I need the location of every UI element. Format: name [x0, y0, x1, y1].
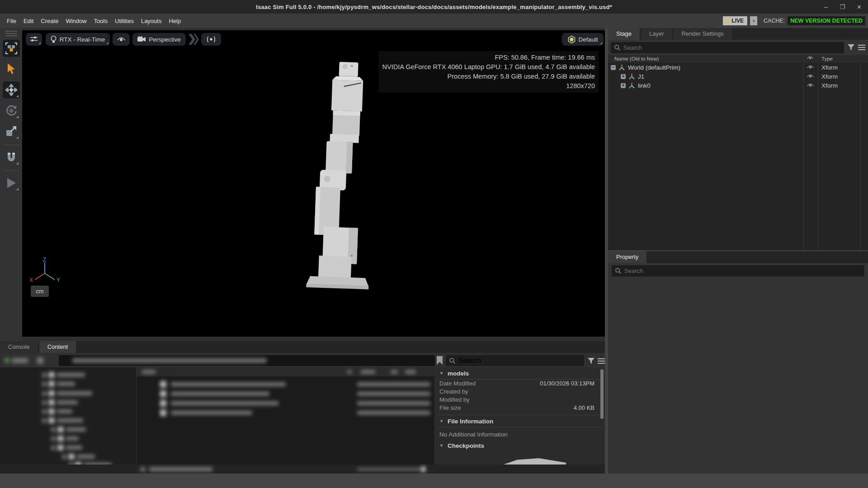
stage-filter-button[interactable]: [848, 44, 854, 51]
details-scrollbar[interactable]: [600, 369, 604, 419]
tab-layer[interactable]: Layer: [641, 28, 672, 40]
live-dropdown-caret[interactable]: ∨: [750, 16, 757, 25]
hamburger-icon: [858, 45, 865, 50]
column-visibility-eye-icon[interactable]: [807, 56, 813, 60]
menu-file[interactable]: File: [4, 16, 19, 26]
cursor-icon: [6, 63, 16, 75]
redacted-nav-button[interactable]: [12, 358, 28, 363]
play-button[interactable]: [3, 174, 20, 192]
content-file-list[interactable]: [136, 367, 434, 465]
menu-window[interactable]: Window: [62, 16, 90, 26]
stage-row-link0[interactable]: + link0 Xform: [608, 81, 868, 90]
content-folder-tree[interactable]: [0, 367, 136, 465]
expand-icon[interactable]: +: [621, 83, 626, 88]
details-section-models[interactable]: ▼ models: [435, 367, 604, 379]
title-bar: Isaac Sim Full 5.0.0 - /home/kjy/pysdrm_…: [0, 0, 868, 14]
collapse-icon[interactable]: −: [611, 65, 616, 70]
collapse-triangle-icon: ▼: [439, 419, 443, 423]
stage-tree-header[interactable]: Name (Old to New) Type: [608, 55, 868, 63]
maximize-icon[interactable]: ❐: [840, 4, 845, 10]
content-filter-button[interactable]: [588, 358, 594, 364]
toolbar-grip-icon[interactable]: [5, 31, 17, 36]
tab-stage[interactable]: Stage: [608, 28, 640, 40]
scale-tool-button[interactable]: [3, 123, 20, 140]
live-sync-button[interactable]: LIVE: [723, 16, 747, 25]
menu-bar: File Edit Create Window Tools Utilities …: [0, 14, 868, 28]
content-options-button[interactable]: [598, 358, 605, 364]
stage-options-button[interactable]: [858, 45, 865, 50]
prim-name[interactable]: link0: [638, 82, 651, 89]
visibility-button[interactable]: [113, 33, 130, 46]
redacted-nav-icon[interactable]: [5, 358, 9, 363]
content-search-input[interactable]: Search: [446, 355, 584, 366]
svg-text:X: X: [29, 277, 33, 283]
prim-name[interactable]: J1: [638, 73, 644, 80]
camera-dropdown[interactable]: Perspective: [132, 33, 186, 46]
stats-memory: Process Memory: 5.8 GiB used, 27.9 GiB a…: [382, 72, 595, 81]
lightbulb-icon: [51, 36, 57, 43]
tab-console[interactable]: Console: [0, 341, 38, 353]
rotate-tool-button[interactable]: [3, 102, 20, 119]
move-tool-button[interactable]: [3, 81, 20, 99]
visibility-eye-icon[interactable]: [807, 83, 814, 88]
tab-content[interactable]: Content: [39, 341, 76, 353]
field-file-size: File size 4.00 KB: [435, 404, 604, 412]
units-badge[interactable]: cm: [31, 286, 49, 297]
select-tool-button[interactable]: [3, 61, 20, 78]
bookmark-icon[interactable]: [437, 356, 443, 365]
minimize-icon[interactable]: ─: [824, 4, 828, 10]
menu-utilities[interactable]: Utilities: [112, 16, 137, 26]
viewport-canvas[interactable]: RTX - Real-Time Perspective: [22, 30, 605, 337]
stage-search-input[interactable]: Search: [611, 42, 844, 53]
details-section-file-information[interactable]: ▼ File Information: [435, 415, 604, 427]
property-search-placeholder: Search: [624, 267, 643, 274]
visibility-eye-icon[interactable]: [807, 74, 814, 79]
section-title: models: [448, 370, 469, 377]
menu-edit[interactable]: Edit: [20, 16, 37, 26]
column-type[interactable]: Type: [821, 56, 833, 61]
panel-splitter[interactable]: [605, 28, 608, 474]
prim-name[interactable]: World (defaultPrim): [628, 64, 680, 71]
status-bar: [0, 474, 868, 488]
viewport-settings-button[interactable]: [26, 33, 42, 46]
live-session-button[interactable]: [201, 33, 221, 46]
content-path-bar[interactable]: [59, 355, 435, 366]
tab-render-settings[interactable]: Render Settings: [674, 28, 732, 40]
icon-size-slider[interactable]: [357, 468, 425, 470]
close-icon[interactable]: ✕: [857, 4, 862, 10]
file-list-header[interactable]: [137, 367, 434, 376]
redacted-nav-button[interactable]: [37, 357, 43, 364]
details-section-checkpoints[interactable]: ▼ Checkpoints: [435, 440, 604, 451]
stage-tree: − World (defaultPrim) Xform +: [608, 63, 868, 250]
redacted-checkbox[interactable]: [140, 467, 146, 471]
double-chevron-icon: [188, 34, 199, 45]
snap-tool-button[interactable]: [3, 149, 20, 166]
sun-hexagon-icon: [568, 36, 576, 43]
lighting-mode-button[interactable]: Default: [562, 33, 604, 46]
move-icon: [5, 84, 17, 96]
column-name[interactable]: Name (Old to New): [614, 56, 659, 61]
collapse-triangle-icon: ▼: [439, 371, 443, 375]
menu-layouts[interactable]: Layouts: [138, 16, 165, 26]
slider-handle[interactable]: [421, 466, 425, 472]
checkpoint-thumbnail: [498, 458, 566, 465]
field-value: 01/30/2026 03:13PM: [540, 380, 594, 388]
menu-help[interactable]: Help: [165, 16, 184, 26]
toolbar-expand-chevron[interactable]: [188, 34, 199, 45]
stage-row-world[interactable]: − World (defaultPrim) Xform: [608, 63, 868, 72]
stage-row-j1[interactable]: + J1 Xform: [608, 72, 868, 81]
tab-property[interactable]: Property: [608, 251, 646, 263]
toolbar-separator: [4, 170, 19, 171]
visibility-eye-icon[interactable]: [807, 65, 814, 70]
expand-icon[interactable]: +: [621, 74, 626, 79]
renderer-dropdown[interactable]: RTX - Real-Time: [46, 33, 110, 46]
cache-status-badge: NEW VERSION DETECTED: [788, 16, 865, 25]
menu-create[interactable]: Create: [38, 16, 61, 26]
settings-sliders-icon: [30, 36, 38, 43]
eye-icon: [117, 37, 125, 42]
property-search-input[interactable]: Search: [612, 265, 864, 277]
stats-gpu: NVIDIA GeForce RTX 4060 Laptop GPU: 1.7 …: [382, 62, 595, 72]
lightning-bolt-icon: [725, 18, 730, 24]
selection-mode-button[interactable]: [3, 40, 20, 57]
menu-tools[interactable]: Tools: [91, 16, 111, 26]
